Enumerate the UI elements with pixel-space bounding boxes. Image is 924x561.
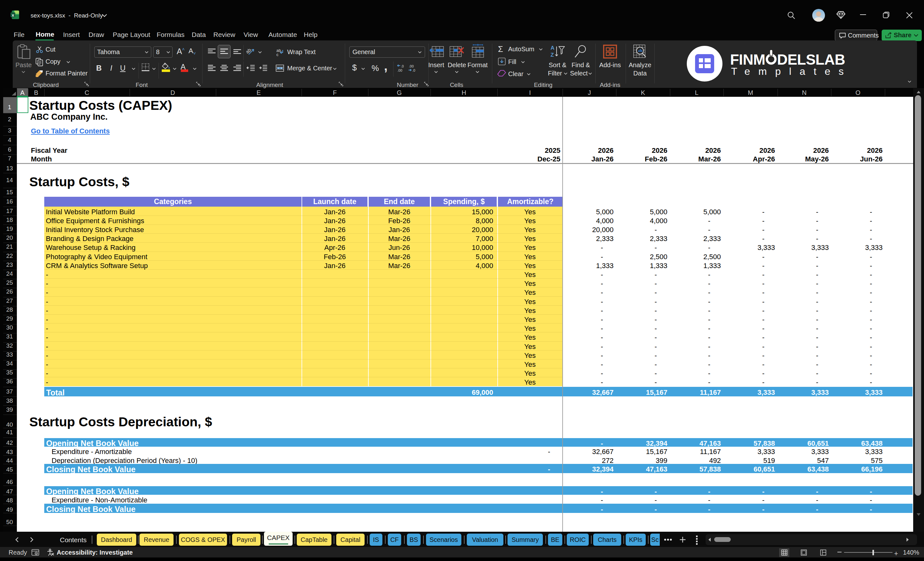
svg-text:.00: .00 xyxy=(398,69,402,72)
svg-text:ab: ab xyxy=(246,47,252,55)
svg-text:.0: .0 xyxy=(412,69,415,72)
svg-text:c: c xyxy=(276,52,279,56)
svg-text:.00: .00 xyxy=(409,64,414,68)
svg-text:A: A xyxy=(550,45,554,51)
svg-text:Z: Z xyxy=(550,52,554,58)
svg-text:x: x xyxy=(12,13,14,18)
svg-text:.0: .0 xyxy=(401,64,404,68)
